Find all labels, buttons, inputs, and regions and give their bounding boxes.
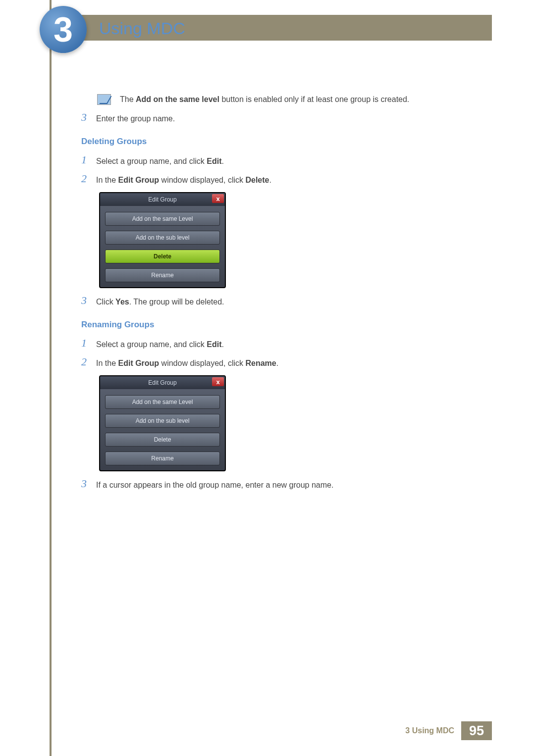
- step-number: 3: [81, 112, 96, 125]
- dialog-title: Edit Group: [148, 196, 176, 203]
- step-row: 3 Click Yes. The group will be deleted.: [81, 295, 488, 308]
- step-text: Click Yes. The group will be deleted.: [96, 295, 224, 308]
- step-number: 1: [81, 338, 96, 351]
- rename-button[interactable]: Rename: [105, 452, 220, 465]
- dialog-body: Add on the same Level Add on the sub lev…: [100, 206, 225, 287]
- chapter-title: Using MDC: [99, 19, 185, 38]
- dialog-title: Edit Group: [148, 379, 176, 386]
- section-heading-deleting: Deleting Groups: [81, 137, 488, 147]
- footer-chapter-label: 3 Using MDC: [405, 721, 461, 740]
- dialog-titlebar: Edit Group x: [100, 193, 225, 206]
- page-content: The Add on the same level button is enab…: [81, 94, 488, 497]
- add-same-level-button[interactable]: Add on the same Level: [105, 212, 220, 226]
- chapter-number: 3: [54, 10, 73, 50]
- step-text: If a cursor appears in the old group nam…: [96, 478, 333, 491]
- dialog-body: Add on the same Level Add on the sub lev…: [100, 389, 225, 470]
- chapter-number-badge: 3: [40, 6, 87, 53]
- left-margin-rule: [50, 0, 52, 756]
- step-number: 2: [81, 173, 96, 186]
- step-number: 3: [81, 478, 96, 491]
- add-sub-level-button[interactable]: Add on the sub level: [105, 231, 220, 245]
- page-footer: 3 Using MDC 95: [52, 721, 492, 740]
- close-icon[interactable]: x: [212, 194, 224, 203]
- section-heading-renaming: Renaming Groups: [81, 320, 488, 330]
- step-text: Enter the group name.: [96, 112, 175, 125]
- step-row: 1 Select a group name, and click Edit.: [81, 338, 488, 351]
- delete-button[interactable]: Delete: [105, 250, 220, 263]
- step-row: 3 If a cursor appears in the old group n…: [81, 478, 488, 491]
- dialog-titlebar: Edit Group x: [100, 376, 225, 389]
- footer-page-number: 95: [461, 721, 492, 740]
- add-same-level-button[interactable]: Add on the same Level: [105, 395, 220, 409]
- step-text: Select a group name, and click Edit.: [96, 338, 224, 351]
- step-text: In the Edit Group window displayed, clic…: [96, 173, 271, 186]
- step-row: 2 In the Edit Group window displayed, cl…: [81, 356, 488, 369]
- edit-group-dialog-rename: Edit Group x Add on the same Level Add o…: [99, 375, 226, 471]
- delete-button[interactable]: Delete: [105, 433, 220, 447]
- step-row: 3 Enter the group name.: [81, 112, 488, 125]
- step-number: 1: [81, 154, 96, 167]
- note-row: The Add on the same level button is enab…: [81, 94, 488, 105]
- step-number: 2: [81, 356, 96, 369]
- note-text: The Add on the same level button is enab…: [120, 94, 409, 105]
- add-sub-level-button[interactable]: Add on the sub level: [105, 414, 220, 428]
- close-icon[interactable]: x: [212, 377, 224, 386]
- rename-button[interactable]: Rename: [105, 268, 220, 282]
- note-icon: [97, 94, 111, 105]
- step-number: 3: [81, 295, 96, 308]
- step-text: In the Edit Group window displayed, clic…: [96, 356, 278, 369]
- step-row: 2 In the Edit Group window displayed, cl…: [81, 173, 488, 186]
- step-row: 1 Select a group name, and click Edit.: [81, 154, 488, 167]
- edit-group-dialog-delete: Edit Group x Add on the same Level Add o…: [99, 192, 226, 288]
- step-text: Select a group name, and click Edit.: [96, 154, 224, 167]
